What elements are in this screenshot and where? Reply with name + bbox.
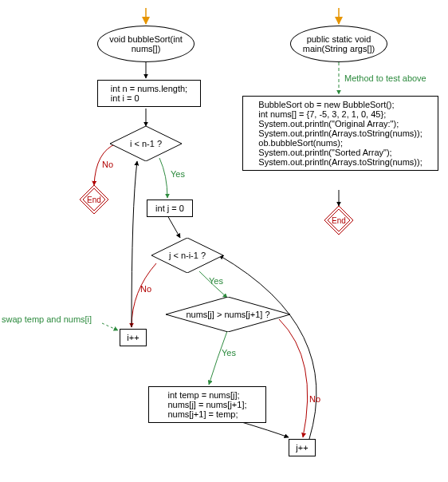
cond-swap-text: nums[j] > nums[j+1] ? — [186, 310, 269, 319]
swap-annotation: swap temp and nums[i] — [2, 314, 92, 324]
cond-i-diamond: i < n-1 ? — [110, 126, 182, 161]
main-body-text: BubbleSort ob = new BubbleSort(); int nu… — [258, 100, 422, 167]
inc-j-rect: j++ — [289, 439, 316, 456]
end-left: End — [80, 185, 108, 214]
init-j-rect: int j = 0 — [147, 200, 193, 217]
cond-swap-yes-label: Yes — [222, 348, 236, 358]
svg-line-3 — [167, 215, 180, 238]
inc-i-text: i++ — [127, 333, 139, 342]
cond-swap-no-label: No — [309, 394, 320, 404]
swap-body-rect: int temp = nums[j]; nums[j] = nums[j+1];… — [148, 386, 266, 423]
cond-i-no-label: No — [102, 160, 113, 169]
cond-j-text: j < n-i-1 ? — [169, 251, 206, 260]
bubblesort-func-ellipse: void bubbleSort(int nums[]) — [97, 26, 195, 62]
cond-j-diamond: j < n-i-1 ? — [151, 238, 223, 273]
end-right: End — [324, 206, 353, 235]
init-vars-text: int n = nums.length; int i = 0 — [111, 84, 187, 103]
cond-j-yes-label: Yes — [209, 276, 223, 286]
inc-i-rect: i++ — [120, 329, 147, 346]
init-vars-rect: int n = nums.length; int i = 0 — [97, 80, 201, 107]
inc-j-text: j++ — [296, 443, 308, 452]
bubblesort-sig-text: void bubbleSort(int nums[]) — [109, 34, 183, 53]
svg-line-4 — [102, 323, 118, 330]
end-left-text: End — [87, 196, 101, 204]
cond-i-text: i < n-1 ? — [130, 139, 162, 148]
main-func-ellipse: public static void main(String args[]) — [290, 26, 387, 62]
main-body-rect: BubbleSort ob = new BubbleSort(); int nu… — [242, 96, 438, 171]
method-note: Method to test above — [344, 73, 426, 83]
swap-body-text: int temp = nums[j]; nums[j] = nums[j+1];… — [167, 390, 246, 419]
flowchart-canvas: void bubbleSort(int nums[]) int n = nums… — [0, 0, 448, 482]
cond-swap-diamond: nums[j] > nums[j+1] ? — [166, 297, 290, 332]
init-j-text: int j = 0 — [155, 203, 184, 213]
main-sig-text: public static void main(String args[]) — [303, 34, 375, 53]
cond-j-no-label: No — [140, 284, 151, 294]
cond-i-yes-label: Yes — [171, 169, 185, 179]
end-right-text: End — [332, 216, 346, 225]
